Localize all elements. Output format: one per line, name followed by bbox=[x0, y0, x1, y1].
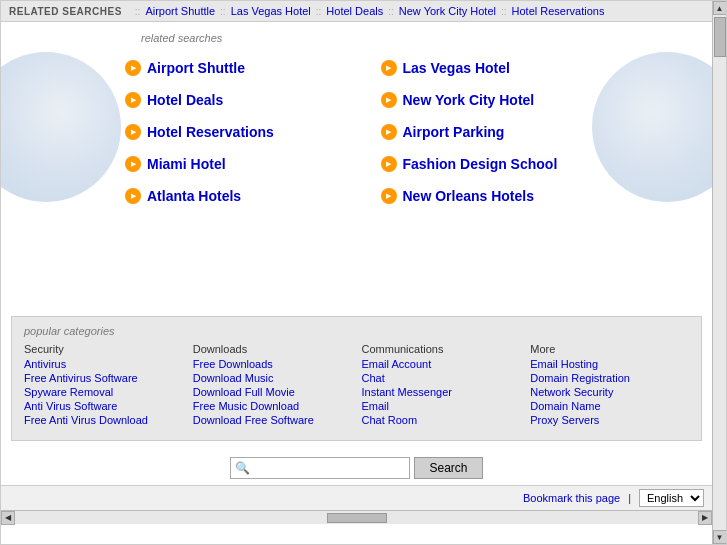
related-section-label: related searches bbox=[141, 32, 692, 44]
airport-shuttle-link[interactable]: Airport Shuttle bbox=[147, 60, 245, 76]
arrow-icon bbox=[125, 92, 141, 108]
proxy-servers-link[interactable]: Proxy Servers bbox=[530, 414, 689, 426]
scroll-up-button[interactable]: ▲ bbox=[713, 1, 727, 15]
atlanta-hotels-link[interactable]: Atlanta Hotels bbox=[147, 188, 241, 204]
email-hosting-link[interactable]: Email Hosting bbox=[530, 358, 689, 370]
list-item: Fashion Design School bbox=[377, 148, 633, 180]
arrow-icon bbox=[381, 60, 397, 76]
las-vegas-hotel-link[interactable]: Las Vegas Hotel bbox=[403, 60, 510, 76]
communications-column: Communications Email Account Chat Instan… bbox=[362, 343, 521, 428]
new-york-city-hotel-link[interactable]: New York City Hotel bbox=[403, 92, 535, 108]
downloads-header: Downloads bbox=[193, 343, 352, 355]
list-item: Hotel Deals bbox=[121, 84, 377, 116]
sep3: :: bbox=[316, 6, 322, 17]
arrow-icon bbox=[125, 60, 141, 76]
bottom-bar: Bookmark this page | English bbox=[1, 485, 712, 510]
new-orleans-hotels-link[interactable]: New Orleans Hotels bbox=[403, 188, 535, 204]
airport-parking-link[interactable]: Airport Parking bbox=[403, 124, 505, 140]
arrow-icon bbox=[381, 92, 397, 108]
list-item: Atlanta Hotels bbox=[121, 180, 377, 212]
email-account-link[interactable]: Email Account bbox=[362, 358, 521, 370]
inner-page: RELATED SEARCHES :: Airport Shuttle :: L… bbox=[1, 1, 712, 530]
categories-grid: Security Antivirus Free Antivirus Softwa… bbox=[24, 343, 689, 428]
scroll-thumb[interactable] bbox=[714, 17, 726, 57]
free-anti-virus-download-link[interactable]: Free Anti Virus Download bbox=[24, 414, 183, 426]
search-input[interactable] bbox=[230, 457, 410, 479]
popular-label: popular categories bbox=[24, 325, 689, 337]
download-music-link[interactable]: Download Music bbox=[193, 372, 352, 384]
free-downloads-link[interactable]: Free Downloads bbox=[193, 358, 352, 370]
domain-registration-link[interactable]: Domain Registration bbox=[530, 372, 689, 384]
network-security-link[interactable]: Network Security bbox=[530, 386, 689, 398]
download-full-movie-link[interactable]: Download Full Movie bbox=[193, 386, 352, 398]
download-free-software-link[interactable]: Download Free Software bbox=[193, 414, 352, 426]
hotel-deals-link[interactable]: Hotel Deals bbox=[147, 92, 223, 108]
arrow-icon bbox=[125, 188, 141, 204]
scroll-track-h bbox=[15, 511, 698, 524]
topbar-link-4[interactable]: Hotel Reservations bbox=[512, 5, 605, 17]
hotel-reservations-link[interactable]: Hotel Reservations bbox=[147, 124, 274, 140]
fashion-design-school-link[interactable]: Fashion Design School bbox=[403, 156, 558, 172]
scrollbar-right: ▲ ▼ bbox=[712, 1, 726, 544]
chat-link[interactable]: Chat bbox=[362, 372, 521, 384]
topbar-link-3[interactable]: New York City Hotel bbox=[399, 5, 496, 17]
communications-header: Communications bbox=[362, 343, 521, 355]
list-item: New York City Hotel bbox=[377, 84, 633, 116]
arrow-icon bbox=[381, 156, 397, 172]
magnifier-icon: 🔍 bbox=[235, 461, 250, 475]
security-header: Security bbox=[24, 343, 183, 355]
antivirus-link[interactable]: Antivirus bbox=[24, 358, 183, 370]
scroll-thumb-h[interactable] bbox=[327, 513, 387, 523]
arrow-icon bbox=[381, 188, 397, 204]
sep5: :: bbox=[501, 6, 507, 17]
arrow-icon bbox=[125, 124, 141, 140]
top-bar: RELATED SEARCHES :: Airport Shuttle :: L… bbox=[1, 1, 712, 22]
scrollbar-bottom: ◀ ▶ bbox=[1, 510, 712, 524]
sep2: :: bbox=[220, 6, 226, 17]
main-content: related searches Airport Shuttle Las Veg… bbox=[1, 22, 712, 485]
search-bar: 🔍 Search bbox=[1, 449, 712, 485]
circle-left-decoration bbox=[1, 52, 121, 202]
related-searches-label: RELATED SEARCHES bbox=[9, 6, 122, 17]
spyware-removal-link[interactable]: Spyware Removal bbox=[24, 386, 183, 398]
related-section: related searches Airport Shuttle Las Veg… bbox=[1, 22, 712, 312]
downloads-column: Downloads Free Downloads Download Music … bbox=[193, 343, 352, 428]
chat-room-link[interactable]: Chat Room bbox=[362, 414, 521, 426]
free-antivirus-software-link[interactable]: Free Antivirus Software bbox=[24, 372, 183, 384]
search-input-wrapper: 🔍 bbox=[230, 457, 410, 479]
instant-messenger-link[interactable]: Instant Messenger bbox=[362, 386, 521, 398]
topbar-link-2[interactable]: Hotel Deals bbox=[326, 5, 383, 17]
links-grid: Airport Shuttle Las Vegas Hotel Hotel De… bbox=[121, 52, 632, 212]
list-item: Miami Hotel bbox=[121, 148, 377, 180]
list-item: Airport Shuttle bbox=[121, 52, 377, 84]
more-column: More Email Hosting Domain Registration N… bbox=[530, 343, 689, 428]
email-link[interactable]: Email bbox=[362, 400, 521, 412]
free-music-download-link[interactable]: Free Music Download bbox=[193, 400, 352, 412]
security-column: Security Antivirus Free Antivirus Softwa… bbox=[24, 343, 183, 428]
list-item: Las Vegas Hotel bbox=[377, 52, 633, 84]
more-header: More bbox=[530, 343, 689, 355]
sep1: :: bbox=[135, 6, 141, 17]
list-item: New Orleans Hotels bbox=[377, 180, 633, 212]
list-item: Hotel Reservations bbox=[121, 116, 377, 148]
page-wrapper: RELATED SEARCHES :: Airport Shuttle :: L… bbox=[0, 0, 727, 545]
topbar-link-1[interactable]: Las Vegas Hotel bbox=[231, 5, 311, 17]
sep4: :: bbox=[388, 6, 394, 17]
search-button[interactable]: Search bbox=[414, 457, 482, 479]
bottom-separator: | bbox=[628, 492, 631, 504]
scroll-right-button[interactable]: ▶ bbox=[698, 511, 712, 525]
scroll-track bbox=[713, 15, 726, 530]
language-select[interactable]: English bbox=[639, 489, 704, 507]
arrow-icon bbox=[125, 156, 141, 172]
topbar-link-0[interactable]: Airport Shuttle bbox=[145, 5, 215, 17]
domain-name-link[interactable]: Domain Name bbox=[530, 400, 689, 412]
anti-virus-software-link[interactable]: Anti Virus Software bbox=[24, 400, 183, 412]
scroll-left-button[interactable]: ◀ bbox=[1, 511, 15, 525]
popular-section: popular categories Security Antivirus Fr… bbox=[11, 316, 702, 441]
miami-hotel-link[interactable]: Miami Hotel bbox=[147, 156, 226, 172]
scroll-down-button[interactable]: ▼ bbox=[713, 530, 727, 544]
list-item: Airport Parking bbox=[377, 116, 633, 148]
arrow-icon bbox=[381, 124, 397, 140]
bookmark-link[interactable]: Bookmark this page bbox=[523, 492, 620, 504]
